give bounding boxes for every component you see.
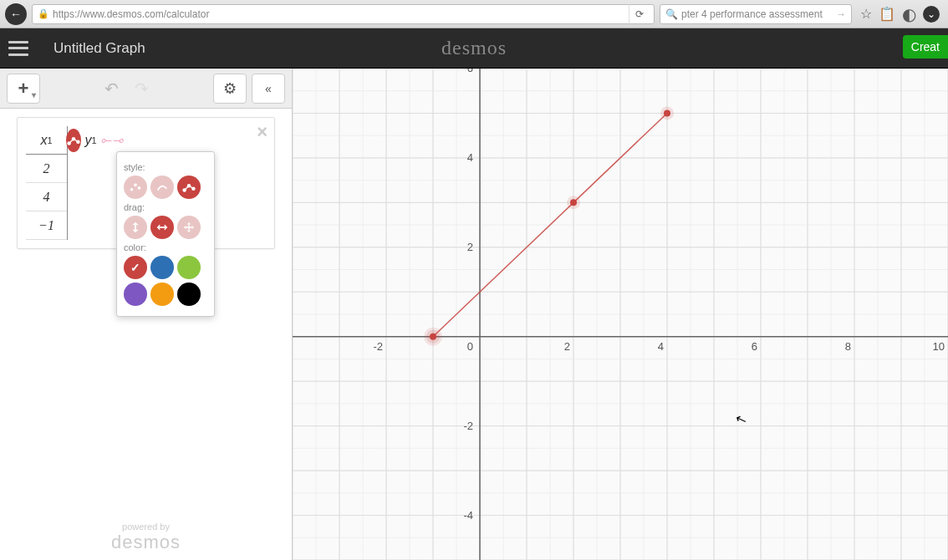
close-icon[interactable]: × bbox=[257, 121, 268, 143]
table-cell[interactable]: 2 bbox=[26, 155, 67, 183]
table-cell[interactable]: 4 bbox=[26, 183, 67, 211]
color-black[interactable] bbox=[177, 283, 201, 306]
reload-icon[interactable]: ⟳ bbox=[629, 4, 649, 24]
svg-text:6: 6 bbox=[467, 69, 473, 74]
color-orange[interactable] bbox=[150, 283, 174, 306]
style-label: style: bbox=[124, 162, 207, 172]
collapse-sidebar-button[interactable]: « bbox=[252, 74, 285, 104]
expression-sidebar: + ↶ ↷ ⚙ « × x1 2 4 −1 bbox=[0, 69, 293, 560]
powered-by: powered by desmos bbox=[111, 522, 181, 553]
search-text: pter 4 performance assessment bbox=[681, 8, 823, 20]
graph-paper[interactable]: -4-2246810-4-22460 ↖ bbox=[293, 69, 948, 560]
chart-plot[interactable]: -4-2246810-4-22460 bbox=[293, 69, 948, 560]
style-points-line[interactable] bbox=[177, 176, 201, 199]
lock-icon: 🔒 bbox=[38, 8, 49, 19]
style-points-only[interactable] bbox=[124, 176, 147, 199]
series-style-icon[interactable] bbox=[66, 129, 81, 152]
svg-point-106 bbox=[664, 109, 670, 116]
desmos-logo: desmos bbox=[441, 37, 507, 59]
star-icon[interactable]: ☆ bbox=[860, 6, 872, 22]
svg-text:2: 2 bbox=[467, 241, 473, 253]
svg-point-104 bbox=[570, 199, 577, 206]
svg-text:8: 8 bbox=[845, 340, 851, 353]
svg-text:4: 4 bbox=[658, 340, 664, 353]
table-header-y[interactable]: y1 ⟜⊸ bbox=[68, 126, 122, 155]
color-purple[interactable] bbox=[124, 283, 147, 306]
menu-icon[interactable] bbox=[8, 41, 28, 56]
add-expression-button[interactable]: + bbox=[7, 74, 40, 104]
drag-horizontal[interactable] bbox=[150, 216, 174, 239]
url-bar[interactable]: 🔒 https://www.desmos.com/calculator ⟳ bbox=[32, 4, 655, 24]
search-icon: 🔍 bbox=[665, 8, 678, 20]
browser-icons: ☆ 📋 ◐ ⌄ bbox=[857, 4, 943, 24]
back-button[interactable]: ← bbox=[5, 3, 27, 25]
browser-toolbar: ← 🔒 https://www.desmos.com/calculator ⟳ … bbox=[0, 0, 948, 28]
color-blue[interactable] bbox=[150, 256, 174, 279]
svg-point-4 bbox=[134, 184, 137, 187]
addon-icon[interactable]: ◐ bbox=[902, 4, 916, 24]
go-icon: → bbox=[836, 8, 846, 20]
svg-text:-4: -4 bbox=[463, 509, 473, 522]
svg-text:0: 0 bbox=[467, 340, 473, 353]
drag-label: drag: bbox=[124, 202, 207, 212]
color-green[interactable] bbox=[177, 256, 201, 279]
drag-none[interactable] bbox=[124, 216, 147, 239]
color-label: color: bbox=[124, 242, 207, 252]
style-popup: style: drag: color: ✓ bbox=[116, 151, 215, 317]
table-cell[interactable]: −1 bbox=[26, 211, 67, 240]
svg-text:-2: -2 bbox=[373, 340, 383, 353]
svg-text:6: 6 bbox=[752, 340, 757, 353]
settings-button[interactable]: ⚙ bbox=[213, 74, 247, 104]
svg-point-5 bbox=[138, 186, 141, 190]
undo-button[interactable]: ↶ bbox=[99, 79, 125, 99]
svg-point-109 bbox=[424, 328, 442, 346]
svg-text:4: 4 bbox=[467, 151, 473, 164]
svg-point-3 bbox=[130, 188, 134, 191]
table-header-x[interactable]: x1 bbox=[26, 126, 67, 155]
sidebar-toolbar: + ↶ ↷ ⚙ « bbox=[0, 69, 292, 109]
create-account-button[interactable]: Creat bbox=[903, 35, 948, 59]
expression-table[interactable]: × x1 2 4 −1 y1 ⟜⊸ bbox=[17, 117, 275, 249]
app-header: Untitled Graph desmos Creat bbox=[0, 28, 948, 69]
style-line-only[interactable] bbox=[150, 176, 174, 199]
svg-text:-2: -2 bbox=[463, 420, 473, 432]
svg-text:10: 10 bbox=[933, 340, 945, 353]
clipboard-icon[interactable]: 📋 bbox=[879, 6, 895, 22]
redo-button[interactable]: ↷ bbox=[130, 79, 155, 99]
color-red[interactable]: ✓ bbox=[124, 256, 147, 279]
url-text: https://www.desmos.com/calculator bbox=[53, 8, 209, 20]
graph-title[interactable]: Untitled Graph bbox=[54, 40, 145, 57]
connect-icon: ⟜⊸ bbox=[100, 133, 124, 147]
drag-both[interactable] bbox=[177, 216, 201, 239]
search-bar[interactable]: 🔍 pter 4 performance assessment → bbox=[660, 4, 852, 24]
svg-text:2: 2 bbox=[564, 340, 570, 353]
pocket-icon[interactable]: ⌄ bbox=[923, 6, 940, 23]
